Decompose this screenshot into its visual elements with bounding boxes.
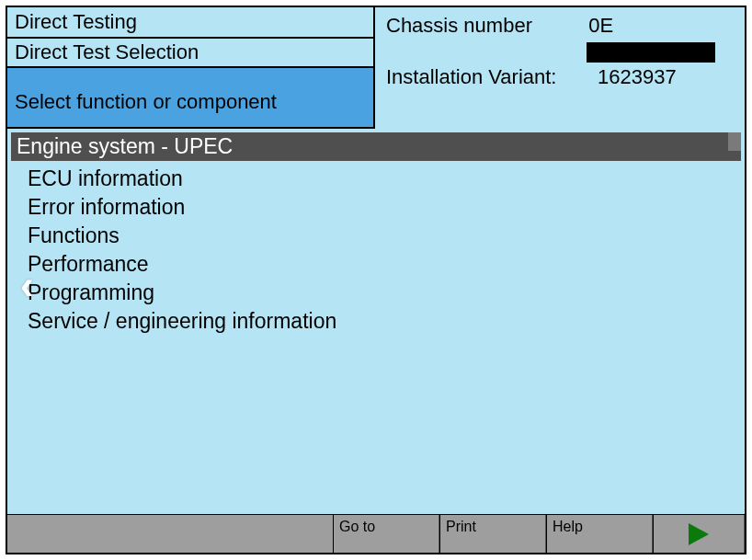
- app-window: Direct Testing Direct Test Selection Sel…: [6, 6, 746, 554]
- redacted-block: [587, 42, 715, 63]
- tab-label: Select function or component: [15, 90, 277, 114]
- install-label: Installation Variant:: [386, 64, 598, 90]
- install-value: 1623937: [598, 64, 677, 90]
- function-list: ECU information Error information Functi…: [7, 161, 745, 336]
- chassis-row: Chassis number 0E: [386, 13, 734, 64]
- play-button[interactable]: [653, 515, 745, 553]
- list-item[interactable]: ECU information: [28, 165, 741, 193]
- tab-select-function[interactable]: Select function or component: [7, 68, 375, 129]
- footer-toolbar: Go to Print Help: [7, 514, 745, 553]
- list-item[interactable]: Error information: [28, 193, 741, 222]
- breadcrumb-tabs: Direct Testing Direct Test Selection Sel…: [7, 7, 375, 129]
- back-chevron-icon[interactable]: ‹: [20, 265, 34, 305]
- tab-direct-testing[interactable]: Direct Testing: [7, 7, 375, 39]
- tab-label: Direct Test Selection: [15, 40, 199, 64]
- header: Direct Testing Direct Test Selection Sel…: [7, 7, 745, 129]
- play-icon: [689, 523, 709, 545]
- goto-button[interactable]: Go to: [333, 515, 439, 553]
- print-button[interactable]: Print: [439, 515, 546, 553]
- install-row: Installation Variant: 1623937: [386, 64, 734, 90]
- chassis-value: 0E: [588, 13, 734, 64]
- tab-label: Direct Testing: [15, 10, 137, 34]
- main-panel: Engine system - UPEC ECU information Err…: [7, 129, 745, 514]
- chassis-label: Chassis number: [386, 13, 588, 64]
- list-item[interactable]: Service / engineering information: [28, 307, 741, 336]
- scrollbar[interactable]: [728, 132, 741, 151]
- vehicle-info-panel: Chassis number 0E Installation Variant: …: [375, 7, 745, 129]
- footer-spacer: [7, 515, 333, 553]
- tab-direct-test-selection[interactable]: Direct Test Selection: [7, 39, 375, 68]
- list-item[interactable]: Functions: [28, 222, 741, 250]
- help-button[interactable]: Help: [546, 515, 653, 553]
- list-item[interactable]: Performance: [28, 250, 741, 279]
- list-item[interactable]: Programming: [28, 279, 741, 307]
- section-header: Engine system - UPEC: [11, 132, 741, 161]
